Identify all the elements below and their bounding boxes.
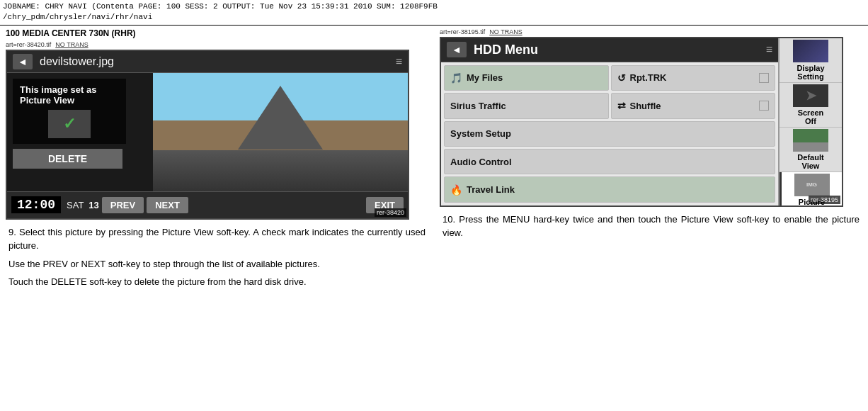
menu-item-system-setup[interactable]: System Setup — [444, 121, 775, 147]
sidebar-display-setting[interactable]: DisplaySetting — [780, 38, 842, 83]
left-panel: 100 MEDIA CENTER 730N (RHR) art=rer-3842… — [0, 28, 434, 293]
system-setup-label: System Setup — [450, 128, 511, 139]
shuffle-checkbox — [759, 101, 769, 111]
checkmark-indicator — [48, 110, 91, 138]
header-line2: /chry_pdm/chrysler/navi/rhr/navi — [3, 12, 865, 23]
left-screen-bottombar: 12:00 SAT 13 PREV NEXT EXIT — [7, 191, 408, 218]
right-panel: art=rer-38195.tif NO TRANS ◄ HDD Menu ≡ … — [434, 28, 868, 293]
picture-view-overlay: This image set as Picture View — [13, 79, 126, 144]
default-view-thumb — [793, 129, 828, 152]
hdd-menu-icon: ≡ — [766, 43, 772, 56]
sidebar-screen-off[interactable]: ➤ ScreenOff — [780, 83, 842, 128]
hdd-back-button[interactable]: ◄ — [447, 42, 467, 57]
page-header: JOBNAME: CHRY NAVI (Contenta PAGE: 100 S… — [0, 0, 868, 26]
menu-item-travel-link[interactable]: 🔥 Travel Link — [444, 176, 775, 202]
mountain-shape — [238, 86, 323, 150]
next-button[interactable]: NEXT — [147, 197, 188, 213]
right-description-section: 10. Press the MENU hard-key twice and th… — [440, 207, 862, 240]
overlay-text: This image set as Picture View — [20, 84, 119, 106]
right-no-trans: NO TRANS — [489, 28, 522, 35]
rpt-trk-icon: ↺ — [617, 72, 626, 84]
hdd-title-bar: ◄ HDD Menu ≡ — [441, 38, 778, 62]
menu-item-sirius-traffic[interactable]: Sirius Traffic — [444, 93, 609, 118]
right-ref-badge: rer-38195 — [809, 196, 840, 204]
left-desc-3: Touch the DELETE soft-key to delete the … — [8, 275, 426, 289]
sat-display: SAT 13 — [67, 200, 99, 210]
menu-item-audio-control[interactable]: Audio Control — [444, 149, 775, 174]
my-files-icon: 🎵 — [450, 72, 462, 84]
hdd-sidebar: DisplaySetting ➤ ScreenOff DefaultView I… — [778, 38, 842, 206]
hdd-menu-grid: 🎵 My Files ↺ Rpt.TRK Sirius Traffic — [441, 62, 778, 206]
picture-view-thumb: IMG — [794, 174, 830, 196]
left-descriptions: 9. Select this picture by pressing the P… — [6, 220, 428, 289]
hdd-main: ◄ HDD Menu ≡ 🎵 My Files ↺ Rpt.TRK — [441, 38, 778, 206]
rpt-trk-label: Rpt.TRK — [630, 72, 667, 83]
left-art-ref: art=rer-38420.tif — [6, 41, 51, 48]
left-panel-label: 100 MEDIA CENTER 730N (RHR) — [6, 28, 136, 38]
sat-number: 13 — [88, 200, 98, 210]
screen-off-label: ScreenOff — [798, 108, 824, 125]
menu-item-my-files[interactable]: 🎵 My Files — [444, 65, 609, 91]
time-display: 12:00 — [11, 196, 61, 213]
hdd-screen-title: HDD Menu — [474, 43, 538, 57]
left-menu-icon: ≡ — [396, 55, 402, 68]
shuffle-label: Shuffle — [630, 101, 661, 111]
sat-label: SAT — [67, 200, 84, 210]
rpt-trk-checkbox — [759, 73, 769, 83]
left-screen: ◄ devilstower.jpg ≡ This image set as Pi… — [6, 50, 409, 220]
left-desc-2: Use the PREV or NEXT soft-key to step th… — [8, 257, 426, 271]
display-setting-label: DisplaySetting — [796, 64, 824, 81]
right-screen: ◄ HDD Menu ≡ 🎵 My Files ↺ Rpt.TRK — [440, 37, 843, 207]
left-screen-body: This image set as Picture View DELETE — [7, 73, 408, 191]
left-back-button[interactable]: ◄ — [13, 54, 33, 69]
right-art-ref: art=rer-38195.tif — [440, 28, 485, 35]
photo-background — [153, 73, 408, 191]
delete-button[interactable]: DELETE — [13, 149, 122, 169]
menu-item-rpt-trk[interactable]: ↺ Rpt.TRK — [611, 65, 776, 91]
left-no-trans: NO TRANS — [55, 41, 88, 48]
header-line1: JOBNAME: CHRY NAVI (Contenta PAGE: 100 S… — [3, 1, 865, 12]
shuffle-icon: ⇄ — [617, 100, 626, 111]
left-ref-badge: rer-38420 — [375, 208, 406, 217]
audio-control-label: Audio Control — [450, 157, 512, 167]
default-view-label: DefaultView — [797, 153, 823, 170]
left-screen-titlebar: ◄ devilstower.jpg ≡ — [7, 51, 408, 73]
sirius-traffic-label: Sirius Traffic — [450, 101, 506, 111]
right-desc: 10. Press the MENU hard-key twice and th… — [442, 213, 860, 240]
prev-button[interactable]: PREV — [102, 197, 144, 213]
sidebar-default-view[interactable]: DefaultView — [780, 128, 842, 172]
travel-link-label: Travel Link — [467, 184, 515, 195]
left-desc-1: 9. Select this picture by pressing the P… — [8, 225, 426, 253]
travel-link-icon: 🔥 — [450, 184, 462, 196]
left-screen-title: devilstower.jpg — [40, 55, 396, 68]
menu-item-shuffle[interactable]: ⇄ Shuffle — [611, 93, 776, 118]
display-setting-thumb — [793, 40, 828, 62]
screen-off-thumb: ➤ — [793, 84, 828, 107]
my-files-label: My Files — [467, 72, 503, 83]
